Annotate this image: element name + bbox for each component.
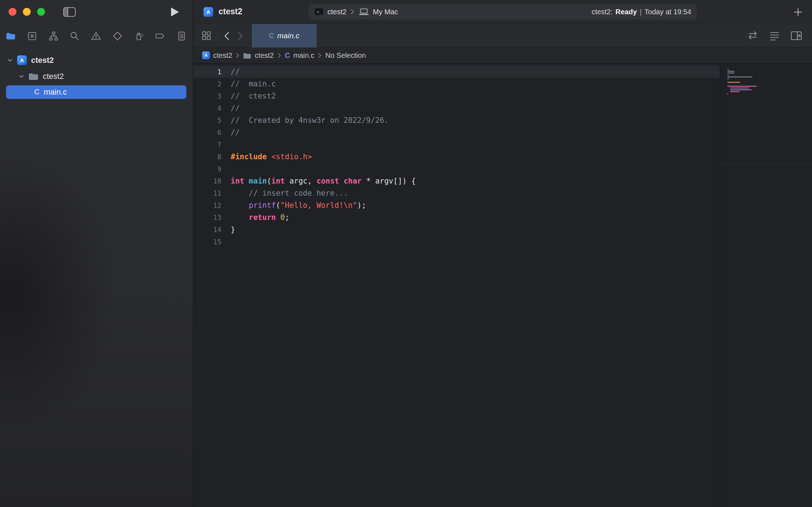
tab-label: main.c (277, 31, 300, 40)
breadcrumb-file[interactable]: C main.c (285, 51, 314, 60)
code-line[interactable]: 10int main(int argc, const char * argv[]… (194, 175, 720, 187)
c-file-icon: C (34, 88, 39, 96)
report-navigator-icon[interactable] (175, 30, 187, 42)
xcode-project-icon: A (204, 7, 213, 17)
code-line[interactable]: 12 printf("Hello, World!\n"); (194, 199, 720, 211)
code-line[interactable]: 6// (194, 126, 720, 139)
mac-device-icon (359, 8, 369, 16)
code-line[interactable]: 8#include <stdio.h> (194, 151, 720, 163)
issue-navigator-icon[interactable] (90, 30, 102, 42)
tree-label-folder: ctest2 (43, 72, 64, 81)
zoom-window-button[interactable] (37, 8, 45, 16)
tab-main-c[interactable]: C main.c (251, 24, 317, 47)
navigator-sidebar: A ctest2 ctest2 C main.c (0, 0, 193, 507)
code-lines: 1//2// main.c3// ctest24//5// Created by… (194, 66, 720, 248)
breadcrumb-label: No Selection (325, 51, 366, 60)
tree-label-file: main.c (44, 87, 67, 97)
code-line[interactable]: 7 (194, 139, 720, 151)
tree-row-file-selected[interactable]: C main.c (0, 85, 193, 99)
disclosure-chevron-icon[interactable] (19, 74, 24, 79)
activity-status[interactable]: ctest2: Ready | Today at 19:54 (592, 8, 691, 16)
tab-overview-icon[interactable] (201, 31, 211, 41)
code-line[interactable]: 9 (194, 163, 720, 175)
minimap-lines (727, 69, 806, 96)
chevron-right-icon (236, 53, 239, 58)
project-tree: A ctest2 ctest2 C main.c (0, 54, 193, 99)
code-line[interactable]: 5// Created by 4nsw3r on 2022/9/26. (194, 114, 720, 126)
scheme-target-label[interactable]: ctest2 (327, 8, 346, 16)
related-items-icon[interactable] (747, 31, 758, 40)
code-line[interactable]: 15 (194, 236, 720, 248)
chevron-right-icon (351, 9, 354, 15)
status-state-label: Ready (616, 8, 637, 16)
folder-icon (29, 72, 39, 80)
code-line[interactable]: 14} (194, 224, 720, 236)
tree-label-project: ctest2 (31, 56, 54, 65)
minimap-divider (720, 164, 812, 165)
debug-navigator-icon[interactable] (133, 30, 145, 42)
close-window-button[interactable] (9, 8, 16, 16)
add-button[interactable] (793, 7, 803, 17)
editor-region: 1//2// main.c3// ctest24//5// Created by… (194, 64, 812, 507)
chevron-right-icon (318, 53, 321, 58)
code-line[interactable]: 1// (194, 66, 720, 78)
code-line[interactable]: 11 // insert code here... (194, 187, 720, 199)
breadcrumb-group[interactable]: ctest2 (243, 51, 274, 60)
toggle-navigator-icon[interactable] (63, 7, 76, 17)
navigate-forward-icon[interactable] (237, 31, 244, 41)
folder-icon (243, 52, 251, 59)
divider (218, 31, 218, 41)
terminal-target-icon: >_ (314, 8, 324, 16)
code-line[interactable]: 3// ctest2 (194, 90, 720, 102)
activity-view[interactable]: >_ ctest2 My Mac ctest2: Ready | Today a… (309, 4, 697, 20)
status-project-label: ctest2: (592, 8, 613, 16)
code-line[interactable]: 13 return 0; (194, 211, 720, 224)
xcode-window: A ctest2 ctest2 C main.c (0, 0, 812, 507)
c-file-icon: C (285, 51, 290, 60)
main-area: A ctest2 >_ ctest2 My Mac ctest2: Ready (194, 0, 812, 507)
source-control-navigator-icon[interactable] (26, 30, 38, 42)
minimap[interactable] (720, 64, 812, 507)
breadcrumb-project[interactable]: A ctest2 (202, 51, 232, 60)
navigate-back-icon[interactable] (224, 31, 230, 41)
code-line[interactable]: 4// (194, 102, 720, 114)
scheme-destination-label[interactable]: My Mac (373, 8, 398, 16)
project-navigator-icon[interactable] (5, 30, 17, 42)
toolbar: A ctest2 >_ ctest2 My Mac ctest2: Ready (194, 0, 812, 24)
chevron-right-icon (278, 53, 281, 58)
breadcrumb-label: ctest2 (255, 51, 274, 60)
xcode-project-icon: A (17, 55, 27, 65)
xcode-project-icon: A (202, 51, 210, 59)
breadcrumb-label: main.c (293, 51, 314, 60)
test-navigator-icon[interactable] (111, 30, 124, 42)
disclosure-chevron-icon[interactable] (7, 57, 13, 63)
status-separator: | (640, 8, 642, 16)
find-navigator-icon[interactable] (69, 30, 81, 42)
scheme-selector[interactable]: >_ ctest2 My Mac (314, 8, 398, 16)
navigator-tab-bar (0, 24, 193, 48)
tree-row-folder[interactable]: ctest2 (0, 70, 193, 83)
breadcrumb-selection[interactable]: No Selection (325, 51, 366, 60)
status-time-label: Today at 19:54 (645, 8, 691, 16)
symbol-navigator-icon[interactable] (47, 30, 60, 42)
code-editor[interactable]: 1//2// main.c3// ctest24//5// Created by… (194, 64, 720, 507)
jump-bar: A ctest2 ctest2 C main.c No Selection (194, 47, 812, 64)
run-button[interactable] (171, 7, 179, 17)
tree-row-project[interactable]: A ctest2 (0, 54, 193, 67)
titlebar (0, 0, 193, 24)
tab-bar: C main.c (194, 24, 812, 47)
c-file-icon: C (269, 32, 274, 40)
editor-options-icon[interactable] (769, 31, 780, 41)
add-editor-icon[interactable] (791, 31, 802, 41)
breadcrumb-label: ctest2 (213, 51, 232, 60)
breakpoint-navigator-icon[interactable] (154, 30, 166, 42)
minimize-window-button[interactable] (23, 8, 31, 16)
window-title: ctest2 (219, 7, 242, 16)
code-line[interactable]: 2// main.c (194, 78, 720, 90)
